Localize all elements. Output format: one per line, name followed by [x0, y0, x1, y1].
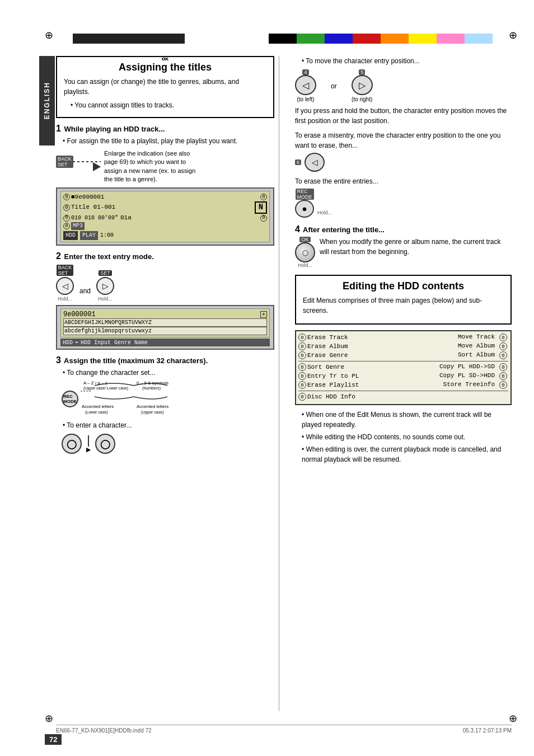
- hold-label-step4: Hold...: [298, 262, 312, 268]
- rec-button: RECMODE: [62, 391, 78, 407]
- step1-bullet1: For assign the title to a playlist, play…: [63, 136, 274, 146]
- reg-mark-tr: ⊕: [509, 29, 517, 41]
- right-arrow-btn[interactable]: ▷: [352, 75, 373, 95]
- swatch-green: [297, 34, 325, 44]
- device-screen-inner: 0 ■9e000001 0 0 Title 01-001 N 0 010 010…: [60, 191, 270, 243]
- input-bottom-bar: HDD ⬅ HDD Input Genre Name: [60, 339, 270, 346]
- screen-row2: 0 Title 01-001 N: [63, 201, 267, 214]
- reg-mark-bl: ⊕: [45, 712, 53, 725]
- char-move-label: To move the character entry position...: [302, 56, 512, 66]
- back-btn-label: BACKSET: [57, 265, 74, 276]
- svg-text:0 – 9 & symbols: 0 – 9 & symbols: [137, 381, 168, 386]
- swatch-yellow: [409, 34, 437, 44]
- editing-bullet-3: When editing is over, the current playba…: [302, 444, 512, 464]
- date-info: 05.3.17 2:07:13 PM: [463, 727, 512, 734]
- step2-heading: 2 Enter the text entry mode.: [56, 251, 274, 261]
- step1-knob-sketch: BACKSET: [56, 156, 90, 178]
- svg-text:Accented letters: Accented letters: [82, 404, 114, 409]
- svg-text:A – Z / a – z: A – Z / a – z: [83, 381, 107, 386]
- step1-arrow-note: Enlarge the indication (see also page 69…: [104, 149, 205, 184]
- swatch-black: [269, 34, 297, 44]
- input-kbd-upper: ABCDEFGHIJKLMNOPQRSTUVWXYZ: [63, 318, 267, 327]
- edit-row-7: 0Disc HDD Info: [298, 393, 508, 401]
- bottom-bar: EN66-77_KD-NX901[E]HDDfb.indd 72 05.3.17…: [56, 725, 512, 734]
- right-column: To move the character entry position... …: [284, 56, 512, 711]
- assigning-section-box: Assigning the titles You can assign (or …: [56, 56, 274, 118]
- edit-row-1: 0Erase Track Move Track 0: [298, 334, 508, 341]
- set-btn-group: SET ▷ Hold...: [96, 270, 114, 302]
- editing-bullet-1: When one of the Edit Menus is shown, the…: [302, 410, 512, 430]
- step4-heading: 4 After entering the title...: [295, 224, 512, 234]
- edit-divider-1: [298, 361, 508, 361]
- erase-entire-text: To erase the entire entries...: [295, 176, 512, 186]
- main-content: ENGLISH Assigning the titles You can ass…: [56, 56, 512, 711]
- step1-container: 1 While playing an HDD track... For assi…: [56, 124, 274, 246]
- input-screen-inner: 9e000001 + ABCDEFGHIJKLMNOPQRSTUVWXYZ ab…: [60, 308, 270, 337]
- hold-note: If you press and hold the button, the ch…: [295, 106, 512, 126]
- assigning-note: You cannot assign titles to tracks.: [71, 100, 266, 110]
- back-btn-group: BACKSET ◁ Hold...: [56, 265, 74, 302]
- erase-misentry-button[interactable]: ◁: [305, 153, 325, 172]
- edit-divider-2: [298, 391, 508, 391]
- editing-section-box: Editing the HDD contents Edit Menus comp…: [295, 275, 512, 325]
- screen-row4: 0 MP3: [63, 222, 267, 230]
- device-screen: 0 ■9e000001 0 0 Title 01-001 N 0 010 010…: [56, 187, 274, 246]
- erase-misentry-text: To erase a misentry, move the character …: [295, 130, 512, 151]
- file-info: EN66-77_KD-NX901[E]HDDfb.indd 72: [56, 727, 152, 734]
- input-kbd-lower: abcdefghijklmnopqrstuvwxyz: [63, 327, 267, 335]
- char-diagram-svg: A – Z / a – z (Upper case/ Lower case) 0…: [81, 380, 170, 418]
- vertical-divider: [279, 56, 279, 711]
- to-right-label: (to right): [352, 96, 372, 102]
- or-label: or: [331, 82, 337, 90]
- editing-intro: Edit Menus comprises of three main pages…: [303, 295, 504, 316]
- left-column: ENGLISH Assigning the titles You can ass…: [56, 56, 274, 711]
- set-arrow-btn: ▷: [96, 277, 114, 295]
- step1-arrow-pointer: [93, 162, 101, 171]
- top-color-bar: [269, 34, 493, 44]
- step4-container: 4 After entering the title... OK ◯ Hold.…: [295, 224, 512, 268]
- step3-bullet1: To change the character set...: [63, 368, 274, 378]
- char-diagram-container: RECMODE A – Z / a – z (Upper cas: [62, 380, 274, 418]
- edit-row-3: 0Erase Genre Sort Album 0: [298, 351, 508, 359]
- ok-knob[interactable]: ◯: [295, 242, 315, 262]
- swatch-pink: [437, 34, 465, 44]
- screen-row3: 0 010 010 00'09" 01a 0: [63, 214, 267, 222]
- step2-container: 2 Enter the text entry mode. BACKSET ◁ H…: [56, 251, 274, 350]
- char-diagram: A – Z / a – z (Upper case/ Lower case) 0…: [81, 380, 170, 418]
- char-arrows-container: 4 ◁ (to left) or 5 ▷ (to right): [295, 69, 512, 102]
- hold-label-erase: Hold...: [317, 210, 332, 215]
- set-hold-label: Hold...: [98, 296, 113, 302]
- and-label: and: [79, 287, 91, 295]
- screen-row5: HDD PLAY 1:00: [63, 231, 267, 240]
- reg-mark-br: ⊕: [509, 712, 517, 725]
- editing-bullets: When one of the Edit Menus is shown, the…: [295, 410, 512, 464]
- to-left-label: (to left): [297, 96, 314, 102]
- step2-buttons: BACKSET ◁ Hold... and SET ▷ Hold...: [56, 265, 274, 302]
- english-sidebar: ENGLISH: [39, 56, 55, 145]
- erase-entire-btn: RECMODE ⏺ Hold...: [295, 189, 512, 218]
- back-hold-label: Hold...: [58, 296, 72, 302]
- erase-misentry-btn: 6 ◁: [295, 153, 512, 172]
- back-label: BACKSET: [56, 156, 73, 168]
- enter-char-label: To enter a character...: [63, 420, 274, 430]
- swatch-red: [353, 34, 381, 44]
- english-label: ENGLISH: [43, 82, 51, 119]
- swatch-blue: [325, 34, 353, 44]
- char-move-section: To move the character entry position... …: [295, 56, 512, 218]
- left-arrow-btn[interactable]: ◁: [295, 75, 316, 95]
- svg-text:(Numbers): (Numbers): [142, 386, 161, 391]
- input-title-row: 9e000001 +: [63, 311, 267, 318]
- back-arrow-btn: ◁: [56, 277, 74, 295]
- rec-mode-btn[interactable]: ⏺: [295, 200, 314, 218]
- edit-menu-table: 0Erase Track Move Track 0 0Erase Album M…: [295, 330, 512, 405]
- input-screen: 9e000001 + ABCDEFGHIJKLMNOPQRSTUVWXYZ ab…: [56, 305, 274, 350]
- page-number: 72: [45, 734, 62, 745]
- edit-row-5: 0Entry Tr to PL Copy PL SD->HDD 0: [298, 372, 508, 380]
- step3-heading: 3 Assign the title (maximum 32 character…: [56, 355, 274, 365]
- enter-char-buttons: OK ◯ ▶ OK ◯: [62, 434, 274, 454]
- svg-text:(Upper case/ Lower case): (Upper case/ Lower case): [83, 386, 128, 391]
- assigning-intro: You can assign (or change) the title to …: [64, 77, 266, 97]
- svg-text:(Upper case): (Upper case): [141, 410, 163, 415]
- top-black-bar: [73, 34, 185, 44]
- edit-row-6: 0Erase Playlist Store Treeinfo 0: [298, 381, 508, 389]
